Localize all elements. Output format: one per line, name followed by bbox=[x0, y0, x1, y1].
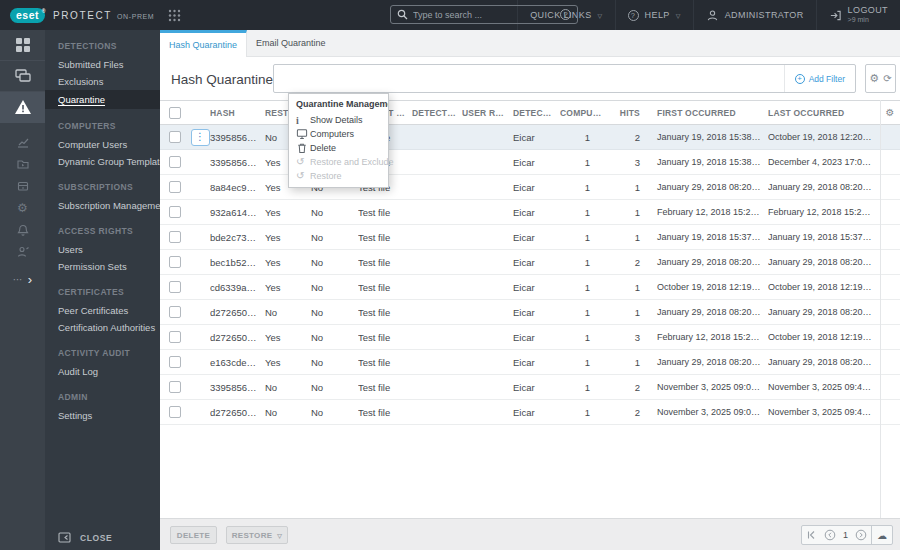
row-checkbox[interactable] bbox=[169, 381, 181, 393]
sidebar-item-computer-users[interactable]: Computer Users bbox=[45, 136, 160, 153]
prev-page-button[interactable] bbox=[820, 529, 840, 541]
column-header-detection_category[interactable]: DETECTION CATEGORY bbox=[412, 108, 462, 118]
sidebar-item-peer-certificates[interactable]: Peer Certificates bbox=[45, 302, 160, 319]
nav-tasks[interactable] bbox=[0, 153, 45, 175]
table-row[interactable]: d2726507...YesNoTest fileEicar13February… bbox=[160, 325, 900, 350]
nav-reports[interactable] bbox=[0, 131, 45, 153]
cell-computers_count: 1 bbox=[560, 207, 610, 218]
cell-hits: 1 bbox=[610, 232, 647, 243]
sidebar-item-audit-log[interactable]: Audit Log bbox=[45, 363, 160, 380]
header-checkbox[interactable] bbox=[169, 107, 181, 119]
tab-email-quarantine[interactable]: Email Quarantine bbox=[247, 30, 335, 56]
row-checkbox[interactable] bbox=[169, 181, 181, 193]
cell-hits: 1 bbox=[610, 207, 647, 218]
column-settings-gear-icon[interactable]: ⚙ bbox=[885, 107, 894, 118]
table-row[interactable]: 8a84ec94...YesNoTest fileEicar11January … bbox=[160, 175, 900, 200]
sidebar-item-quarantine[interactable]: Quarantine bbox=[45, 90, 160, 109]
cell-hash: d2726507... bbox=[210, 332, 265, 343]
sidebar-item-certification-authorities[interactable]: Certification Authorities bbox=[45, 319, 160, 336]
first-page-button[interactable] bbox=[802, 530, 820, 540]
row-checkbox[interactable] bbox=[169, 131, 181, 143]
sidebar-item-settings[interactable]: Settings bbox=[45, 407, 160, 424]
sidebar-item-subscription-management[interactable]: Subscription Management bbox=[45, 197, 160, 214]
table-row[interactable]: 932a614f6...YesNoTest fileEicar11Februar… bbox=[160, 200, 900, 225]
column-header-hits[interactable]: HITS bbox=[610, 108, 647, 118]
column-header-hash[interactable]: HASH bbox=[210, 108, 265, 118]
column-header-last_occurred[interactable]: LAST OCCURRED bbox=[768, 108, 880, 118]
row-checkbox[interactable] bbox=[169, 206, 181, 218]
installers-box-icon bbox=[16, 179, 30, 193]
column-header-user_reason[interactable]: USER REASON bbox=[462, 108, 513, 118]
table-row[interactable]: d2726507...NoNoTest fileEicar12November … bbox=[160, 400, 900, 425]
cloud-icon[interactable]: ☁ bbox=[871, 526, 892, 544]
user-menu[interactable]: ADMINISTRATOR bbox=[693, 0, 816, 30]
sidebar-item-exclusions[interactable]: Exclusions bbox=[45, 73, 160, 90]
cell-computers_count: 1 bbox=[560, 282, 610, 293]
row-checkbox[interactable] bbox=[169, 331, 181, 343]
sidebar-item-dynamic-group-templates[interactable]: Dynamic Group Templates bbox=[45, 153, 160, 170]
sidebar-item-submitted-files[interactable]: Submitted Files bbox=[45, 56, 160, 73]
page-number: 1 bbox=[840, 530, 851, 540]
column-header-first_occurred[interactable]: FIRST OCCURRED bbox=[647, 108, 768, 118]
column-header-computers_count[interactable]: COMPUTERS COUNT bbox=[560, 108, 610, 118]
sidebar-section-title: SUBSCRIPTIONS bbox=[45, 181, 160, 193]
nav-notifications[interactable] bbox=[0, 219, 45, 241]
table-row[interactable]: bec1b52d...YesNoTest fileEicar12January … bbox=[160, 250, 900, 275]
nav-more-expand[interactable]: ⋯ › bbox=[0, 273, 45, 286]
menu-item-show-details[interactable]: iShow Details bbox=[289, 113, 388, 127]
cell-last_occurred: October 19, 2018 12:19:52 bbox=[768, 332, 880, 342]
nav-status-overview[interactable] bbox=[0, 241, 45, 263]
row-checkbox[interactable] bbox=[169, 406, 181, 418]
cell-restored: Yes bbox=[265, 357, 311, 368]
global-search[interactable]: ? bbox=[390, 5, 578, 24]
nav-policies[interactable]: ⚙ bbox=[0, 197, 45, 219]
search-help-icon[interactable]: ? bbox=[560, 9, 571, 20]
add-filter-button[interactable]: + Add Filter bbox=[784, 65, 855, 92]
sidebar-close-button[interactable]: CLOSE bbox=[58, 532, 112, 543]
logout-button[interactable]: LOGOUT >9 min bbox=[816, 0, 900, 30]
sidebar-item-permission-sets[interactable]: Permission Sets bbox=[45, 258, 160, 275]
sidebar-section-title: ADMIN bbox=[45, 391, 160, 403]
row-checkbox[interactable] bbox=[169, 156, 181, 168]
nav-computers[interactable] bbox=[0, 61, 45, 92]
menu-item-label: Restore bbox=[310, 171, 342, 181]
user-label: ADMINISTRATOR bbox=[725, 10, 804, 20]
apps-grid-icon[interactable] bbox=[168, 9, 181, 22]
table-row[interactable]: 3395856c...YesNoTest fileEicar13January … bbox=[160, 150, 900, 175]
nav-detections[interactable] bbox=[0, 92, 45, 123]
row-context-menu-button[interactable]: ⋮ bbox=[191, 129, 210, 146]
table-row[interactable]: d2726507...NoNoTest fileEicar11January 2… bbox=[160, 300, 900, 325]
row-checkbox[interactable] bbox=[169, 356, 181, 368]
column-header-detection_name[interactable]: DETECTION NAME bbox=[513, 108, 560, 118]
sidebar-sections: DETECTIONSSubmitted FilesExclusionsQuara… bbox=[45, 30, 160, 424]
search-input[interactable] bbox=[413, 10, 555, 20]
row-checkbox[interactable] bbox=[169, 256, 181, 268]
logout-label: LOGOUT bbox=[848, 5, 888, 16]
presets-gear-icon[interactable]: ⚙ bbox=[869, 72, 879, 85]
cell-hash: bec1b52d... bbox=[210, 257, 265, 268]
table-row[interactable]: bde2c736...YesNoTest fileEicar11January … bbox=[160, 225, 900, 250]
sidebar-item-label: Peer Certificates bbox=[58, 305, 128, 316]
row-checkbox[interactable] bbox=[169, 231, 181, 243]
nav-installers[interactable] bbox=[0, 175, 45, 197]
table-row[interactable]: e163cde8...YesNoTest fileEicar11January … bbox=[160, 350, 900, 375]
table-row[interactable]: cd6339a4...YesNoTest fileEicar11October … bbox=[160, 275, 900, 300]
pagination: 1 ☁ bbox=[801, 525, 893, 545]
menu-item-computers[interactable]: Computers bbox=[289, 127, 388, 141]
tab-hash-quarantine[interactable]: Hash Quarantine bbox=[160, 30, 247, 57]
nav-dashboard[interactable] bbox=[0, 30, 45, 61]
view-tools: ⚙ ⟳ bbox=[865, 64, 896, 93]
row-checkbox[interactable] bbox=[169, 306, 181, 318]
sidebar-section-title: ACTIVITY AUDIT bbox=[45, 347, 160, 359]
next-page-button[interactable] bbox=[851, 529, 871, 541]
menu-item-delete[interactable]: Delete bbox=[289, 141, 388, 155]
refresh-icon[interactable]: ⟳ bbox=[883, 73, 891, 84]
table-row[interactable]: ⋮3395856c...NoNoTest fileEicar12January … bbox=[160, 125, 900, 150]
filter-input[interactable]: + Add Filter bbox=[273, 64, 856, 93]
sidebar-item-users[interactable]: Users bbox=[45, 241, 160, 258]
cell-last_occurred: January 29, 2018 08:20:27 bbox=[768, 357, 880, 367]
help-menu[interactable]: ? HELP ▽ bbox=[615, 0, 693, 30]
cell-last_occurred: January 19, 2018 15:37:16 bbox=[768, 232, 880, 242]
table-row[interactable]: 3395856c...NoNoTest fileEicar12November … bbox=[160, 375, 900, 400]
row-checkbox[interactable] bbox=[169, 281, 181, 293]
